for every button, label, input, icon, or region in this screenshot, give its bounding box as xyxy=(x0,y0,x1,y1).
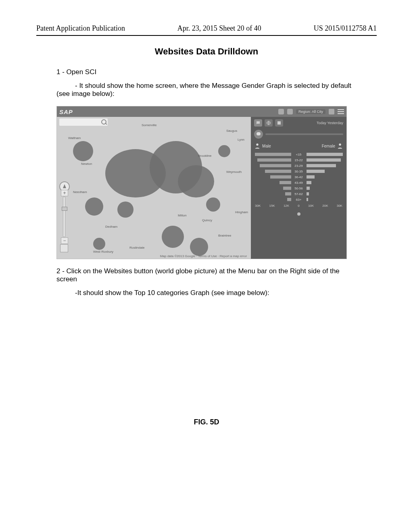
male-bar xyxy=(283,187,291,190)
pager-dot-icon xyxy=(297,212,300,216)
age-band-label: 36-42 xyxy=(293,175,305,179)
female-bar xyxy=(307,170,325,173)
panel-pager xyxy=(254,211,343,217)
map-place-label: Somerville xyxy=(142,123,156,127)
age-bar-row: 30-35 xyxy=(254,168,343,174)
region-chip[interactable]: Region: All City xyxy=(296,109,325,114)
zoom-out-button[interactable]: − xyxy=(61,237,68,244)
timeline-chip[interactable]: Today Yesterday xyxy=(317,121,343,125)
tab-other-icon[interactable] xyxy=(275,119,283,127)
heatmap-blob xyxy=(218,145,230,157)
age-band-label: 50-56 xyxy=(293,187,305,190)
tab-messages-icon[interactable] xyxy=(254,119,262,127)
male-bar xyxy=(255,153,291,156)
female-text: Female xyxy=(322,144,335,148)
topbar-icon-2[interactable] xyxy=(287,109,293,114)
map-search-input[interactable] xyxy=(59,118,108,126)
heatmap-blob xyxy=(190,238,208,256)
step-2-sub-text: -It should show the Top 10 categories Gr… xyxy=(75,289,269,297)
app-screenshot: SAP Region: All City xyxy=(56,106,347,259)
step-2-sub: -It should show the Top 10 categories Gr… xyxy=(56,289,357,297)
map-place-label: Newton xyxy=(81,162,92,166)
map-place-label: West Roxbury xyxy=(93,250,113,254)
male-bar xyxy=(265,170,291,173)
axis-tick: 12K xyxy=(284,204,289,208)
axis-tick: 0 xyxy=(298,204,299,208)
axis-tick: 30K xyxy=(337,204,342,208)
map-place-label: Saugus xyxy=(226,129,237,133)
age-bar-row: 36-42 xyxy=(254,174,343,180)
heatmap-blob xyxy=(178,165,214,197)
age-band-label: 30-35 xyxy=(293,170,305,173)
svg-point-2 xyxy=(256,143,258,145)
male-bar xyxy=(257,158,291,162)
map-place-label: Weymouth xyxy=(226,170,242,174)
zoom-in-button[interactable]: + xyxy=(61,190,68,196)
female-bar xyxy=(307,153,343,156)
topbar-right-controls: Region: All City xyxy=(278,109,344,114)
female-label: Female xyxy=(322,143,343,149)
zoom-slider-thumb[interactable] xyxy=(62,207,67,211)
zoom-slider[interactable]: + − xyxy=(63,197,65,237)
axis-tick: 20K xyxy=(322,204,328,208)
topbar-icon-1[interactable] xyxy=(278,109,284,114)
svg-rect-1 xyxy=(277,121,281,125)
panel-tab-bar: Today Yesterday xyxy=(254,119,343,127)
axis-tick: 15K xyxy=(269,204,275,208)
age-bar-row: 63+ xyxy=(254,197,343,202)
female-bar xyxy=(307,198,308,201)
map-layer-toggle[interactable] xyxy=(60,244,68,252)
male-bar xyxy=(280,181,291,184)
map-place-label: Hingham xyxy=(235,210,248,214)
hamburger-menu-icon[interactable] xyxy=(338,109,344,114)
map-attribution: Map data ©2013 Google · Terms of Use · R… xyxy=(160,254,247,258)
topbar-icon-3[interactable] xyxy=(329,109,334,114)
sentiment-row xyxy=(254,130,343,139)
age-band-label: <15 xyxy=(293,153,305,156)
age-band-label: 63+ xyxy=(293,198,305,202)
map-place-label: Needham xyxy=(73,190,87,194)
sentiment-slider[interactable] xyxy=(265,133,343,135)
header-left: Patent Application Publication xyxy=(36,24,125,33)
age-bar-row: 50-56 xyxy=(254,185,343,191)
map-place-label: Waltham xyxy=(68,136,81,140)
step-1-sub: - It should show the home screen, where … xyxy=(56,82,357,98)
gender-header: Male Female xyxy=(254,143,343,149)
heatmap-blob xyxy=(93,238,105,250)
figure-label: FIG. 5D xyxy=(36,418,377,426)
age-bar-row: <15 xyxy=(254,152,343,157)
male-label: Male xyxy=(254,143,271,149)
axis-tick: 30K xyxy=(255,204,261,208)
header-right: US 2015/0112758 A1 xyxy=(314,24,377,33)
person-icon xyxy=(337,143,343,149)
app-topbar: SAP Region: All City xyxy=(57,106,346,117)
age-band-label: 43-49 xyxy=(293,181,305,185)
map-place-label: Milton xyxy=(178,214,186,217)
map-place-label: Lynn xyxy=(238,138,244,141)
analytics-panel: Today Yesterday Male Female <1515-2223-2… xyxy=(251,117,346,259)
svg-point-3 xyxy=(339,143,341,145)
age-band-label: 57-62 xyxy=(293,192,305,196)
male-bar xyxy=(285,192,291,195)
heatmap-blob xyxy=(117,202,133,218)
heatmap-map[interactable]: Waltham Somerville Brookline Newton Need… xyxy=(57,117,251,259)
header-rule xyxy=(36,35,377,36)
tab-websites-globe-icon[interactable] xyxy=(265,119,273,127)
doc-title: Websites Data Drilldown xyxy=(36,46,377,57)
female-bar xyxy=(307,164,336,167)
female-bar xyxy=(307,187,310,190)
heatmap-blob xyxy=(85,197,103,216)
female-bar xyxy=(307,158,341,162)
age-band-label: 15-22 xyxy=(293,158,305,162)
step-1-sub-text: - It should show the home screen, where … xyxy=(56,82,351,98)
pyramid-axis: 30K 15K 12K 0 10K 20K 30K xyxy=(254,204,343,208)
male-text: Male xyxy=(262,144,271,148)
map-place-label: Dedham xyxy=(105,225,117,229)
age-bar-row: 15-22 xyxy=(254,157,343,163)
map-place-label: Roslindale xyxy=(129,246,144,249)
axis-tick: 10K xyxy=(308,204,314,208)
age-bar-row: 23-29 xyxy=(254,163,343,168)
age-band-label: 23-29 xyxy=(293,164,305,168)
map-place-label: Brookline xyxy=(198,154,211,158)
sentiment-bubble-icon xyxy=(254,130,263,139)
